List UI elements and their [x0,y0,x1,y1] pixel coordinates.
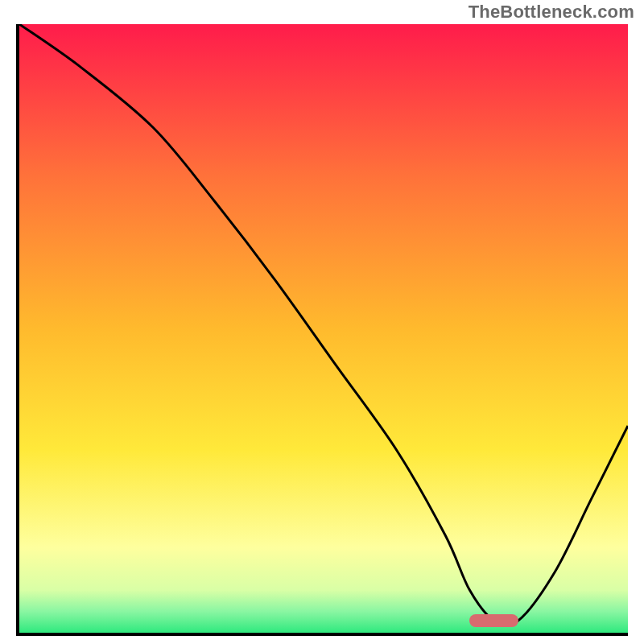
chart-plot-area [16,24,628,636]
optimal-range-marker [469,614,518,627]
page-root: TheBottleneck.com [0,0,644,644]
chart-curve [19,24,628,633]
watermark-text: TheBottleneck.com [469,2,634,23]
